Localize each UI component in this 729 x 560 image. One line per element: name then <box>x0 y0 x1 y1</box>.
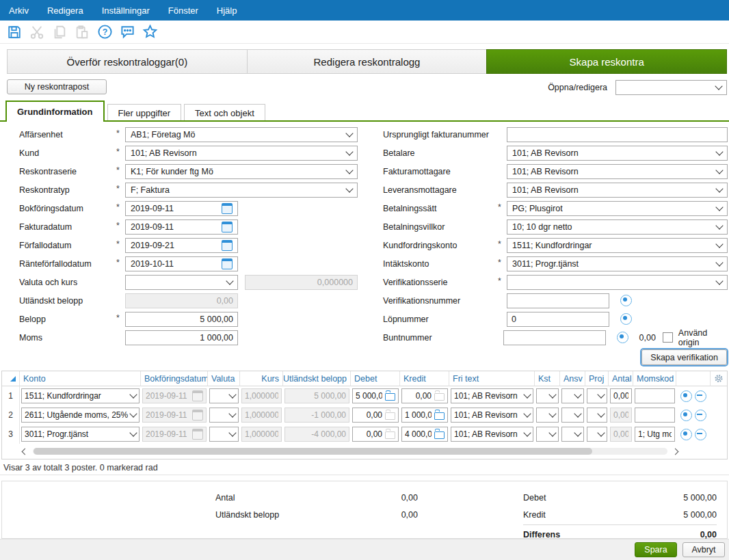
row-number[interactable]: 1 <box>2 386 20 405</box>
cut-icon[interactable] <box>29 24 45 40</box>
belopp-input[interactable] <box>125 312 238 327</box>
debet-input[interactable]: 5 000,00 <box>352 388 399 403</box>
favorite-icon[interactable] <box>142 24 158 40</box>
scroll-left-button[interactable] <box>22 448 29 455</box>
row-detail-icon[interactable] <box>680 410 692 421</box>
leveransmottagare-select[interactable]: 101; AB Revisorn <box>507 183 728 198</box>
column-header-konto[interactable]: Konto <box>20 371 141 386</box>
folder-icon[interactable] <box>434 393 445 401</box>
fakturadatum-input[interactable]: 2019-09-11 <box>125 219 238 235</box>
valuta-select[interactable] <box>209 408 239 423</box>
kredit-input[interactable]: 0,00 <box>401 388 448 403</box>
moms-input[interactable] <box>125 330 238 345</box>
kundfordringskonto-select[interactable]: 1511; Kundfordringar <box>507 238 728 253</box>
column-header-ansv[interactable]: Ansv <box>560 371 585 386</box>
reskontraserie-select[interactable]: K1; För kunder ftg Mö <box>125 164 358 179</box>
column-header-momskod[interactable]: Momskod <box>633 371 676 386</box>
kredit-input[interactable]: 1 000,00 <box>401 408 448 423</box>
ranteforfallodatum-input[interactable]: 2019-10-11 <box>125 256 238 271</box>
fritext-select[interactable]: 101; AB Revisorn <box>451 427 533 442</box>
verifikationsnummer-input[interactable] <box>507 293 609 308</box>
menu-item-fonster[interactable]: Fönster <box>168 5 198 16</box>
ansv-select[interactable] <box>561 427 584 442</box>
menu-item-installningar[interactable]: Inställningar <box>102 5 150 16</box>
column-header-kurs[interactable]: Kurs <box>240 371 283 386</box>
row-detail-icon[interactable] <box>680 429 692 440</box>
betalare-select[interactable]: 101; AB Revisorn <box>507 146 728 161</box>
subtab-grundinformation[interactable]: Grundinformation <box>5 101 105 122</box>
valuta-select[interactable] <box>209 388 239 403</box>
column-header-bokforingsdatum[interactable]: Bokföringsdatum <box>141 371 208 386</box>
ansv-select[interactable] <box>561 408 584 423</box>
new-reskontrapost-button[interactable]: Ny reskontrapost <box>7 79 107 94</box>
affarsenhet-select[interactable]: AB1; Företag Mö <box>125 127 358 142</box>
betalningsvillkor-select[interactable]: 10; 10 dgr netto <box>507 219 728 235</box>
fritext-select[interactable]: 101; AB Revisorn <box>451 408 533 423</box>
tab-skapa-reskontra[interactable]: Skapa reskontra <box>486 49 727 74</box>
fakturamottagare-select[interactable]: 101; AB Revisorn <box>507 164 728 179</box>
subtab-fler-uppgifter[interactable]: Fler uppgifter <box>107 104 182 122</box>
row-remove-icon[interactable] <box>695 390 706 402</box>
comment-icon[interactable] <box>119 24 135 40</box>
generate-lopnummer-icon[interactable] <box>620 313 632 325</box>
folder-icon[interactable] <box>385 431 395 439</box>
table-settings-button[interactable] <box>711 371 727 386</box>
konto-select[interactable]: 3011; Progr.tjänst <box>21 427 140 442</box>
bokforingsdatum-input[interactable]: 2019-09-11 <box>125 201 238 216</box>
save-icon[interactable] <box>6 24 23 40</box>
create-verification-button[interactable]: Skapa verifikation <box>641 349 727 365</box>
forfallodatum-input[interactable]: 2019-09-21 <box>125 238 238 253</box>
momskod-input[interactable] <box>635 408 675 423</box>
row-detail-icon[interactable] <box>680 390 692 402</box>
folder-icon[interactable] <box>434 412 445 420</box>
fritext-select[interactable]: 101; AB Revisorn <box>451 388 533 403</box>
ursprungligt-fakturanummer-input[interactable] <box>507 127 728 142</box>
proj-select[interactable] <box>587 427 607 442</box>
valuta-select[interactable] <box>209 427 239 442</box>
generate-buntnummer-icon[interactable] <box>617 332 628 343</box>
konto-select[interactable]: 2611; Utgående moms, 25% <box>21 408 140 423</box>
help-icon[interactable]: ? <box>96 24 113 40</box>
folder-icon[interactable] <box>385 393 395 401</box>
column-header-antal[interactable]: Antal <box>609 371 633 386</box>
scrollbar-track[interactable] <box>33 448 667 455</box>
kst-select[interactable] <box>536 388 559 403</box>
lopnummer-input[interactable] <box>507 312 609 327</box>
valuta-select[interactable] <box>125 275 238 290</box>
column-header-kst[interactable]: Kst <box>535 371 560 386</box>
menu-item-redigera[interactable]: Redigera <box>47 5 83 16</box>
menu-item-arkiv[interactable]: Arkiv <box>9 5 29 16</box>
open-edit-select[interactable] <box>615 80 727 95</box>
tab-redigera-reskontralogg[interactable]: Redigera reskontralogg <box>247 49 488 74</box>
row-remove-icon[interactable] <box>695 429 706 440</box>
calendar-icon[interactable] <box>222 240 233 251</box>
scrollbar-thumb[interactable] <box>34 448 592 455</box>
ansv-select[interactable] <box>561 388 584 403</box>
column-header-kredit[interactable]: Kredit <box>400 371 449 386</box>
generate-verifikationsnummer-icon[interactable] <box>620 295 632 306</box>
column-header-fri-text[interactable]: Fri text <box>449 371 535 386</box>
scroll-right-button[interactable] <box>672 448 679 455</box>
konto-select[interactable]: 1511; Kundfordringar <box>21 388 140 403</box>
anvand-origin-checkbox[interactable] <box>663 332 673 343</box>
column-header-valuta[interactable]: Valuta <box>208 371 240 386</box>
subtab-text-och-objekt[interactable]: Text och objekt <box>184 104 265 122</box>
kst-select[interactable] <box>536 427 559 442</box>
cancel-button[interactable]: Avbryt <box>682 542 725 557</box>
proj-select[interactable] <box>587 388 607 403</box>
intaktskonto-select[interactable]: 3011; Progr.tjänst <box>507 256 728 271</box>
folder-icon[interactable] <box>385 412 395 420</box>
momskod-input[interactable]: 1; Utg mom <box>635 427 675 442</box>
folder-icon[interactable] <box>434 431 445 439</box>
paste-icon[interactable] <box>74 24 90 40</box>
column-header-utlandskt-belopp[interactable]: Utländskt belopp <box>283 371 351 386</box>
save-button[interactable]: Spara <box>635 542 677 557</box>
proj-select[interactable] <box>587 408 607 423</box>
select-all-corner[interactable] <box>2 371 20 386</box>
row-number[interactable]: 3 <box>2 425 20 444</box>
copy-icon[interactable] <box>51 24 68 40</box>
momskod-input[interactable] <box>635 388 675 403</box>
column-header-proj[interactable]: Proj <box>585 371 609 386</box>
betalningssatt-select[interactable]: PG; Plusgirot <box>507 201 728 216</box>
row-number[interactable]: 2 <box>2 405 20 425</box>
